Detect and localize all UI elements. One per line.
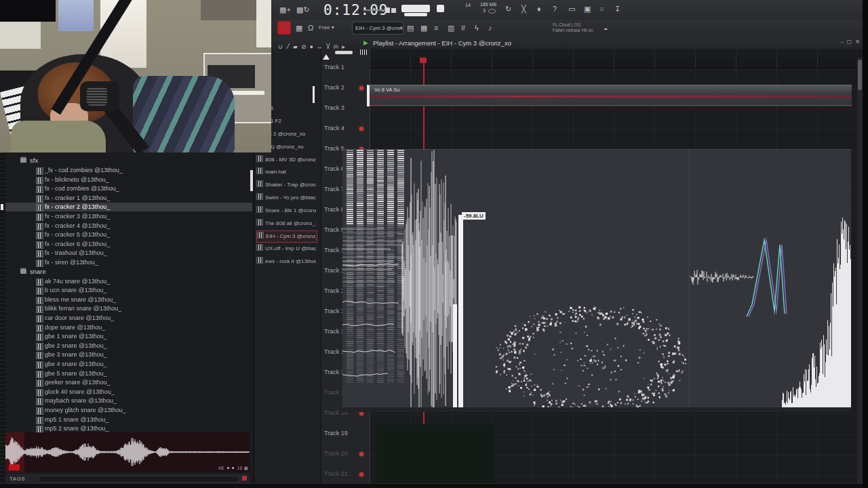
metronome-icon[interactable]: ♦ [537,5,541,13]
account-icon[interactable]: ◒ [604,24,608,32]
browser-folder[interactable]: snare [20,268,46,275]
record-button[interactable] [277,21,291,35]
playhead-marker[interactable] [420,58,427,63]
browser-file-row[interactable]: fx - cracker 4 @13thou_ [5,222,252,230]
playlist-menu-icon[interactable]: ▶ [363,39,368,46]
track-label[interactable]: Track 8 [324,206,344,213]
browser-file-row[interactable]: blikk ferrari snare @13thou_ [5,304,252,313]
browser-file-row[interactable]: fx - blickneto @13thou_ [5,176,252,184]
sample-preview[interactable] [5,432,250,472]
mixer-icon[interactable]: ▥ [448,24,454,32]
picker-item[interactable]: UX-off - Imp U @blackliz [256,243,316,254]
hint-panel-icon[interactable]: ▦+ [279,6,291,14]
headphones-icon[interactable]: Ω [308,24,313,32]
browser-file-row[interactable]: gbe 4 snare @13thou_ [5,360,252,369]
tags-search-icon[interactable] [242,476,247,481]
browser-file-row[interactable]: gbe 5 snare @13thou_ [5,369,252,378]
plugin-picker-icon[interactable]: ϟ [475,24,479,32]
browser-folder[interactable]: sfx [20,157,38,164]
picker-item[interactable]: EIH - Cym 3 @cronz_xo [256,230,317,243]
picker-item[interactable]: ews - rock it @13thou_ [256,256,316,267]
typing-to-piano-icon[interactable]: ↻ [505,5,511,13]
browser-scrollbar-thumb[interactable] [250,170,253,191]
track-mute-dot[interactable] [359,86,363,90]
chat-icon[interactable]: ○ [599,5,604,13]
browser-file-row[interactable]: fx - cracker 1 @13thou_ [5,194,252,203]
browser-file-row[interactable]: maybach snare @13thou_ [5,396,252,405]
horizontal-scrollbar-thumb[interactable] [335,51,353,54]
picker-item[interactable]: Swim - Yo pro @blackzz [256,192,316,203]
picker-item-label: The 808 all @cronz_xo [265,220,316,226]
track-label[interactable]: Track 20 [324,450,348,457]
picker-item[interactable]: Snare - Blk 1 @cronz_xo [256,205,316,216]
browser-file-row[interactable]: car door snare @13thou_ [5,314,252,323]
browser-file-row[interactable]: gbe 2 snare @13thou_ [5,342,252,350]
audio-clip-track2[interactable]: Vo 8 VA Su [367,85,852,106]
track-label[interactable]: Track 4 [324,125,344,131]
help-icon[interactable]: ? [553,5,557,13]
clip-label: Vo 8 VA Su [374,87,399,93]
add-pattern-icon[interactable]: + [399,25,403,31]
fl-cloud-status[interactable]: FL Cloud | OG Fallen release Hit on [553,22,593,33]
main-volume-block[interactable] [437,5,444,12]
track-label[interactable]: Track 9 [324,226,344,233]
browser-file-row[interactable]: mp5 1 snare @13thou_ [5,415,252,424]
picker-item[interactable]: The 808 all @cronz_xo [256,218,316,229]
maximize-button[interactable]: ▢ [846,39,852,45]
picker-item[interactable]: main hat [256,167,316,178]
browser-icon[interactable]: # [461,24,465,32]
playlist-panel-icon[interactable]: ▤ [407,24,414,32]
recording-icon[interactable]: ▣ [584,5,591,13]
track-label[interactable]: Track 21 [324,470,348,477]
browser-file-row[interactable]: fx - siren @13thou_ [5,258,252,267]
browser-file-row[interactable]: fx - cod zombies @13thou_ [5,184,252,193]
tags-input[interactable] [38,476,239,483]
browser-file-row[interactable]: gbe 1 snare @13thou_ [5,332,252,341]
browser-file-row[interactable]: fx - cracker 5 @13thou_ [5,230,252,239]
picker-item[interactable]: 808 - MV 3D @cronz_xo [256,155,316,165]
track-label[interactable]: Track 3 [324,104,344,111]
browser-file-row[interactable]: fx - trashout @13thou_ [5,249,252,258]
online-panel-icon[interactable]: ▩↻ [296,6,310,14]
browser-file-row[interactable]: fx - cracker 2 @13thou_ [5,203,252,211]
cut-itself-icon[interactable]: ╳ [521,5,526,13]
piano-roll-icon[interactable]: ▦ [420,24,427,32]
track-label[interactable]: Track 1 [324,64,344,70]
timeline-ruler[interactable] [370,58,857,68]
browser-file-row[interactable]: fx - cracker 6 @13thou_ [5,240,252,249]
browser-file-row[interactable]: gbe 3 snare @13thou_ [5,350,252,359]
scroll-up-arrow-icon[interactable] [323,54,330,60]
track-label[interactable]: Track 6 [324,165,344,172]
playlist-titlebar[interactable]: ∪╱▰⊘●↔╳◎▸ ▶ Playlist - Arrangement - EIH… [271,37,863,49]
browser-file-row[interactable]: fx - cracker 3 @13thou_ [5,212,252,221]
snap-selector[interactable]: Free ▾ [319,24,334,30]
track-label[interactable]: Track 19 [324,430,348,436]
browser-file-row[interactable]: b ucn snare @13thou_ [5,286,252,295]
browser-file-row[interactable]: dope snare @13thou_ [5,323,252,332]
browser-file-row[interactable]: bless me snare @13thou_ [5,296,252,304]
picker-item[interactable]: Shaker - Trap @cronz_xo [256,180,316,190]
browser-file-row[interactable]: geeker snare @13thou_ [5,378,252,387]
export-icon[interactable]: ↧ [614,5,620,13]
track-mute-dot[interactable] [359,127,363,131]
close-button[interactable]: ✕ [855,39,860,45]
track-label[interactable]: Track 5 [324,145,344,152]
browser-file-row[interactable]: ak 74u snare @13thou_ [5,277,252,286]
minimize-button[interactable]: – [841,39,844,45]
shuffle-slider[interactable] [363,9,385,11]
pattern-selector[interactable]: EIH - Cym 3 @cronz_xo [352,22,403,35]
copy-icon[interactable]: ▣ [243,466,248,470]
track-label[interactable]: Track 7 [324,186,344,192]
track-mute-dot[interactable] [359,472,363,476]
step-edit-icon[interactable]: ▦ [296,24,302,32]
save-icon[interactable]: ▭ [568,5,575,13]
browser-file-row[interactable]: glock 40 snare @13thou_ [5,388,252,396]
vertical-scrollbar-thumb[interactable] [858,60,862,90]
browser-file-row[interactable]: money glitch snare @13thou_ [5,406,252,415]
track-label[interactable]: Track 2 [324,84,344,91]
track-mute-dot[interactable] [359,452,363,456]
channel-rack-icon[interactable]: ≡ [434,24,438,32]
touch-controller-icon[interactable]: ♪ [488,24,492,32]
browser-file-row[interactable]: _fx - cod zombies @13thou_ [5,166,252,175]
vertical-scrollbar-track[interactable] [857,58,863,484]
